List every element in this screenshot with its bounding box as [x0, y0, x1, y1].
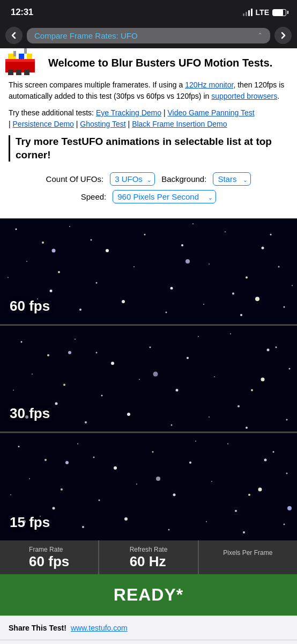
- svg-point-24: [209, 264, 210, 265]
- svg-point-92: [211, 481, 212, 482]
- svg-point-76: [261, 378, 265, 382]
- forward-button[interactable]: [274, 27, 292, 44]
- svg-point-93: [248, 494, 250, 496]
- svg-point-12: [42, 241, 44, 244]
- svg-point-39: [270, 234, 272, 236]
- svg-point-103: [53, 507, 55, 510]
- svg-point-20: [58, 271, 60, 273]
- svg-point-102: [10, 494, 11, 495]
- svg-point-110: [258, 488, 262, 492]
- svg-point-60: [289, 368, 291, 370]
- pixels-label: Pixels Per Frame: [223, 549, 272, 557]
- svg-point-90: [136, 484, 137, 485]
- background-select-wrapper[interactable]: Stars Black White: [213, 172, 251, 186]
- svg-point-79: [18, 446, 20, 448]
- chevron-down-icon: ⌃: [257, 32, 263, 39]
- stat-frame-rate-inner: Frame Rate 60 fps: [29, 546, 69, 569]
- battery-icon: [272, 9, 286, 16]
- svg-point-47: [75, 339, 76, 340]
- svg-point-33: [284, 306, 285, 308]
- svg-point-82: [114, 466, 117, 470]
- svg-point-109: [65, 461, 69, 464]
- address-text: Compare Frame Rates: UFO: [34, 31, 255, 40]
- try-more-box: Try more TestUFO animations in selectabl…: [9, 135, 288, 162]
- link-persistence[interactable]: Persistence Demo: [13, 120, 74, 128]
- stat-pixels: Pixels Per Frame: [199, 540, 297, 574]
- svg-point-58: [214, 376, 215, 377]
- link-supported[interactable]: supported browsers: [211, 92, 277, 100]
- link-120hz[interactable]: 120Hz monitor: [185, 80, 233, 89]
- svg-point-75: [68, 351, 71, 354]
- back-button[interactable]: [5, 27, 23, 44]
- status-icons: LTE: [243, 8, 286, 17]
- svg-point-73: [276, 347, 277, 348]
- link-video-game[interactable]: Video Game Panning Test: [168, 108, 255, 117]
- svg-point-51: [230, 333, 231, 334]
- content-area: Welcome to Blur Busters UFO Motion Tests…: [0, 48, 297, 218]
- svg-point-86: [264, 459, 267, 462]
- svg-point-17: [225, 231, 226, 232]
- controls-area: Count Of UFOs: 1 UFO 3 UFOs 5 UFOs Backg…: [9, 169, 288, 213]
- svg-point-56: [139, 379, 140, 380]
- svg-point-21: [96, 282, 98, 284]
- stat-frame-rate: Frame Rate 60 fps: [0, 540, 99, 574]
- logo-svg: [0, 48, 40, 78]
- link-eye-tracking[interactable]: Eye Tracking Demo: [96, 108, 161, 117]
- svg-point-14: [106, 249, 109, 252]
- address-bar[interactable]: Compare Frame Rates: UFO ⌃: [27, 28, 270, 43]
- svg-point-80: [44, 459, 47, 461]
- stat-pixels-inner: Pixels Per Frame: [223, 549, 272, 566]
- svg-point-43: [255, 297, 259, 301]
- try-more-title: Try more TestUFO animations in selectabl…: [16, 135, 288, 162]
- svg-point-55: [101, 395, 103, 397]
- svg-point-112: [287, 506, 292, 510]
- svg-point-45: [21, 341, 23, 343]
- svg-point-87: [29, 478, 30, 479]
- svg-point-36: [91, 239, 92, 241]
- svg-point-35: [50, 290, 53, 292]
- svg-point-18: [262, 247, 264, 250]
- background-select[interactable]: Stars Black White: [213, 172, 251, 186]
- link-ghosting[interactable]: Ghosting Test: [80, 120, 125, 128]
- svg-point-30: [166, 312, 167, 313]
- svg-point-29: [122, 300, 125, 303]
- svg-point-28: [79, 309, 81, 311]
- svg-point-37: [192, 223, 194, 224]
- refresh-rate-label: Refresh Rate: [130, 546, 168, 553]
- panel-30fps: 30 fps: [0, 326, 297, 433]
- svg-point-54: [63, 384, 65, 386]
- svg-point-65: [209, 416, 210, 418]
- speed-select-wrapper[interactable]: 480 Pixels Per Second 960 Pixels Per Sec…: [113, 190, 216, 203]
- svg-point-99: [206, 521, 207, 522]
- svg-point-71: [198, 336, 199, 337]
- share-url[interactable]: www.testufo.com: [71, 624, 128, 632]
- browser-chrome: Compare Frame Rates: UFO ⌃: [0, 24, 297, 48]
- count-select[interactable]: 1 UFO 3 UFOs 5 UFOs: [110, 172, 155, 186]
- svg-point-63: [127, 413, 130, 416]
- svg-point-57: [176, 389, 179, 392]
- svg-point-23: [170, 287, 173, 290]
- bottom-browser-bar: AA 🔒 testufo.com 2: [0, 640, 297, 644]
- intro-text-3: .: [277, 92, 279, 100]
- status-bar: 12:31 LTE: [0, 0, 297, 24]
- svg-point-83: [152, 451, 154, 453]
- svg-point-107: [273, 451, 274, 453]
- link-bfi[interactable]: Black Frame Insertion Demo: [132, 120, 227, 128]
- speed-select[interactable]: 480 Pixels Per Second 960 Pixels Per Sec…: [113, 190, 216, 203]
- logo: [0, 48, 40, 78]
- stat-refresh-rate-inner: Refresh Rate 60 Hz: [130, 546, 168, 569]
- svg-point-32: [240, 314, 242, 316]
- stat-refresh-rate: Refresh Rate 60 Hz: [99, 540, 198, 574]
- ready-text: READY*: [114, 585, 183, 604]
- svg-point-46: [47, 354, 49, 356]
- count-select-wrapper[interactable]: 1 UFO 3 UFOs 5 UFOs: [110, 172, 155, 186]
- share-bar: Share This Test! www.testufo.com: [0, 616, 297, 640]
- svg-point-15: [144, 234, 146, 236]
- background-label: Background:: [161, 174, 206, 184]
- sep1: |: [161, 108, 167, 117]
- svg-point-89: [99, 500, 100, 501]
- intro-area: This screen compares multiple framerates…: [0, 79, 297, 218]
- svg-point-106: [235, 510, 237, 512]
- svg-point-52: [267, 349, 270, 352]
- svg-point-97: [124, 517, 128, 521]
